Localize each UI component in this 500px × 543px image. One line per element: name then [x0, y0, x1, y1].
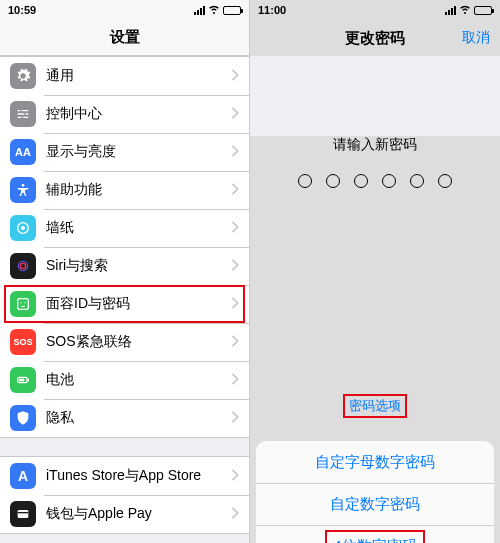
row-label: 电池 [46, 371, 231, 389]
settings-row-wall[interactable]: 墙纸 [0, 209, 249, 247]
settings-row-control[interactable]: 控制中心 [0, 95, 249, 133]
chevron-right-icon [231, 219, 239, 237]
row-label: 墙纸 [46, 219, 231, 237]
nav-title: 更改密码 [345, 29, 405, 48]
wifi-icon [459, 3, 471, 17]
option-custom-alphanumeric[interactable]: 自定字母数字密码 [256, 441, 494, 483]
status-icons [194, 3, 241, 17]
settings-row-wallet[interactable]: 钱包与Apple Pay [0, 495, 249, 533]
svg-rect-9 [28, 379, 29, 382]
passcode-dot [410, 174, 424, 188]
svg-rect-12 [18, 512, 29, 513]
passcode-prompt: 请输入新密码 [250, 136, 500, 154]
svg-point-7 [24, 302, 25, 303]
svg-rect-11 [18, 510, 29, 518]
settings-group: AiTunes Store与App Store钱包与Apple Pay [0, 456, 249, 534]
wallet-icon [10, 501, 36, 527]
status-icons [445, 3, 492, 17]
settings-row-face[interactable]: 面容ID与密码 [0, 285, 249, 323]
battery-icon [223, 6, 241, 15]
batt-icon [10, 367, 36, 393]
row-label: 辅助功能 [46, 181, 231, 199]
svg-point-6 [20, 302, 21, 303]
passcode-dots [250, 174, 500, 188]
settings-row-display[interactable]: AA显示与亮度 [0, 133, 249, 171]
cancel-nav-button[interactable]: 取消 [462, 29, 490, 47]
siri-icon [10, 253, 36, 279]
option-custom-numeric[interactable]: 自定数字密码 [256, 483, 494, 525]
face-icon [10, 291, 36, 317]
signal-icon [194, 6, 205, 15]
passcode-dot [326, 174, 340, 188]
settings-screen: 10:59 设置 通用控制中心AA显示与亮度辅助功能墙纸Siri与搜索面容ID与… [0, 0, 250, 543]
settings-row-privacy[interactable]: 隐私 [0, 399, 249, 437]
control-icon [10, 101, 36, 127]
status-bar: 10:59 [0, 0, 249, 20]
chevron-right-icon [231, 371, 239, 389]
highlight-box [325, 530, 425, 543]
row-label: 面容ID与密码 [46, 295, 231, 313]
itunes-icon: A [10, 463, 36, 489]
nav-bar: 设置 [0, 20, 249, 56]
chevron-right-icon [231, 143, 239, 161]
passcode-options-link[interactable]: 密码选项 [343, 394, 407, 418]
passcode-dot [298, 174, 312, 188]
option-label: 自定数字密码 [330, 495, 420, 514]
row-label: 显示与亮度 [46, 143, 231, 161]
settings-row-batt[interactable]: 电池 [0, 361, 249, 399]
chevron-right-icon [231, 409, 239, 427]
wifi-icon [208, 3, 220, 17]
row-label: Siri与搜索 [46, 257, 231, 275]
row-label: 钱包与Apple Pay [46, 505, 231, 523]
option-label: 自定字母数字密码 [315, 453, 435, 472]
status-bar: 11:00 [250, 0, 500, 20]
svg-point-2 [21, 226, 25, 230]
svg-point-4 [20, 263, 25, 268]
chevron-right-icon [231, 467, 239, 485]
status-time: 11:00 [258, 4, 286, 16]
option-4-digit[interactable]: 4位数字密码 [256, 525, 494, 543]
settings-row-general[interactable]: 通用 [0, 57, 249, 95]
settings-row-siri[interactable]: Siri与搜索 [0, 247, 249, 285]
row-label: 隐私 [46, 409, 231, 427]
battery-icon [474, 6, 492, 15]
settings-row-sos[interactable]: SOSSOS紧急联络 [0, 323, 249, 361]
status-time: 10:59 [8, 4, 36, 16]
passcode-dot [354, 174, 368, 188]
row-label: 控制中心 [46, 105, 231, 123]
settings-row-access[interactable]: 辅助功能 [0, 171, 249, 209]
chevron-right-icon [231, 333, 239, 351]
signal-icon [445, 6, 456, 15]
display-icon: AA [10, 139, 36, 165]
svg-rect-5 [18, 299, 29, 310]
chevron-right-icon [231, 67, 239, 85]
svg-point-0 [22, 184, 25, 187]
svg-rect-10 [19, 379, 24, 382]
privacy-icon [10, 405, 36, 431]
access-icon [10, 177, 36, 203]
chevron-right-icon [231, 505, 239, 523]
nav-title: 设置 [110, 28, 140, 47]
chevron-right-icon [231, 105, 239, 123]
settings-group: 通用控制中心AA显示与亮度辅助功能墙纸Siri与搜索面容ID与密码SOSSOS紧… [0, 56, 249, 438]
chevron-right-icon [231, 257, 239, 275]
settings-row-itunes[interactable]: AiTunes Store与App Store [0, 457, 249, 495]
row-label: SOS紧急联络 [46, 333, 231, 351]
row-label: 通用 [46, 67, 231, 85]
row-label: iTunes Store与App Store [46, 467, 231, 485]
nav-bar: 更改密码 取消 [250, 20, 500, 56]
general-icon [10, 63, 36, 89]
change-passcode-screen: 11:00 更改密码 取消 请输入新密码 [250, 0, 500, 543]
passcode-dot [382, 174, 396, 188]
sos-icon: SOS [10, 329, 36, 355]
chevron-right-icon [231, 295, 239, 313]
wall-icon [10, 215, 36, 241]
action-sheet: 自定字母数字密码 自定数字密码 4位数字密码 取消 [256, 441, 494, 543]
chevron-right-icon [231, 181, 239, 199]
passcode-dot [438, 174, 452, 188]
